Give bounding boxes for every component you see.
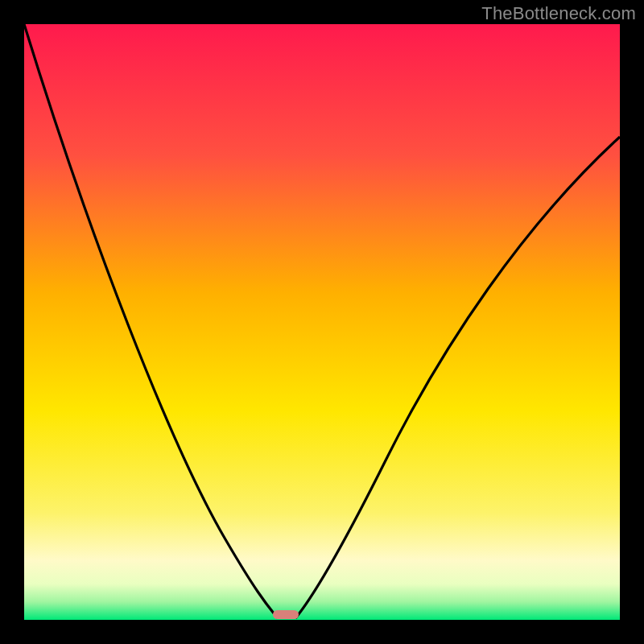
right-curve-path (295, 137, 620, 618)
chart-frame: TheBottleneck.com (0, 0, 644, 644)
watermark-text: TheBottleneck.com (481, 3, 636, 24)
minimum-marker (273, 610, 299, 619)
left-curve-path (24, 24, 278, 618)
plot-area (24, 24, 620, 620)
curve-layer (24, 24, 620, 620)
